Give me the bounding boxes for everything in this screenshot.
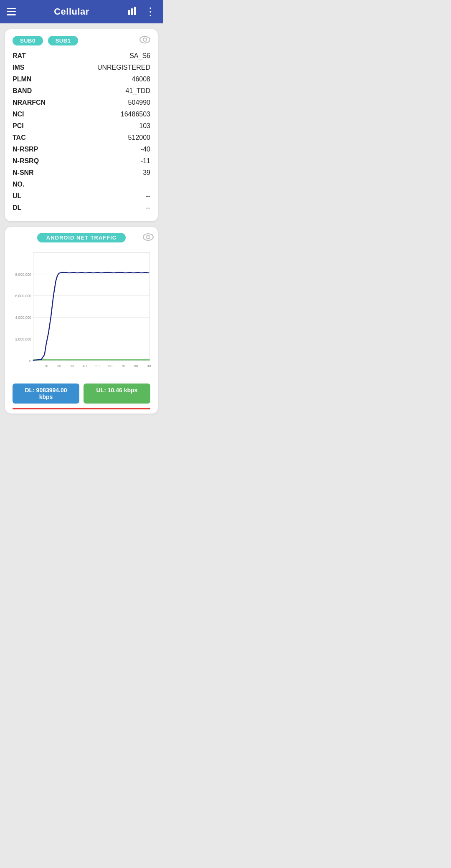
info-label: NRARFCN (13, 97, 75, 108)
info-value: SA_S6 (75, 50, 151, 62)
chart-visibility-icon[interactable] (143, 232, 154, 243)
svg-text:70: 70 (121, 364, 125, 368)
svg-rect-7 (33, 252, 150, 361)
info-value: -- (75, 202, 151, 214)
info-value: -- (75, 190, 151, 202)
chart-title: ANDROID NET TRAFFIC (37, 233, 126, 242)
info-label: PCI (13, 120, 75, 132)
table-row: NCI16486503 (13, 108, 150, 120)
table-row: NO. (13, 179, 150, 190)
svg-text:10: 10 (44, 364, 48, 368)
svg-text:30: 30 (70, 364, 74, 368)
svg-rect-0 (128, 10, 130, 15)
svg-text:0: 0 (29, 359, 31, 363)
svg-point-3 (140, 36, 150, 43)
svg-text:50: 50 (96, 364, 100, 368)
info-value: -11 (75, 155, 151, 167)
info-label: N-SNR (13, 167, 75, 179)
table-row: UL-- (13, 190, 150, 202)
topbar: Cellular ⋮ (0, 0, 163, 23)
info-value: 39 (75, 167, 151, 179)
svg-rect-1 (131, 8, 133, 15)
info-value: 16486503 (75, 108, 151, 120)
chart-area: 8,000,000 6,000,000 4,000,000 2,000,000 … (9, 246, 154, 379)
table-row: BAND41_TDD (13, 85, 150, 97)
sub0-badge[interactable]: SUB0 (13, 36, 43, 45)
badge-row: SUB0 SUB1 (13, 35, 150, 46)
info-value: UNREGISTERED (75, 62, 151, 73)
info-label: RAT (13, 50, 75, 62)
svg-text:60: 60 (108, 364, 112, 368)
info-label: NO. (13, 179, 75, 190)
svg-text:90: 90 (147, 364, 151, 368)
signal-icon[interactable] (127, 6, 138, 18)
page-title: Cellular (54, 6, 89, 17)
sub1-badge[interactable]: SUB1 (48, 36, 79, 45)
info-value: 41_TDD (75, 85, 151, 97)
svg-point-5 (143, 234, 153, 240)
info-label: N-RSRQ (13, 155, 75, 167)
table-row: TAC512000 (13, 132, 150, 144)
info-label: DL (13, 202, 75, 214)
svg-text:80: 80 (134, 364, 138, 368)
table-row: PLMN46008 (13, 73, 150, 85)
svg-text:6,000,000: 6,000,000 (15, 294, 31, 298)
info-value: 103 (75, 120, 151, 132)
dl-badge: DL: 9083994.00 kbps (13, 384, 79, 404)
ul-badge: UL: 10.46 kbps (84, 384, 150, 404)
svg-point-4 (143, 38, 147, 41)
dl-underline (13, 408, 150, 409)
svg-text:40: 40 (83, 364, 87, 368)
info-value: 512000 (75, 132, 151, 144)
info-table: RATSA_S6IMSUNREGISTEREDPLMN46008BAND41_T… (13, 50, 150, 214)
info-label: BAND (13, 85, 75, 97)
svg-text:20: 20 (57, 364, 61, 368)
more-options-icon[interactable]: ⋮ (145, 5, 156, 18)
table-row: RATSA_S6 (13, 50, 150, 62)
chart-svg: 8,000,000 6,000,000 4,000,000 2,000,000 … (9, 246, 154, 379)
info-value (75, 179, 151, 190)
svg-rect-2 (134, 7, 136, 15)
table-row: IMSUNREGISTERED (13, 62, 150, 73)
info-label: IMS (13, 62, 75, 73)
table-row: NRARFCN504990 (13, 97, 150, 108)
chart-header: ANDROID NET TRAFFIC (9, 233, 154, 242)
svg-text:2,000,000: 2,000,000 (15, 337, 31, 341)
info-label: N-RSRP (13, 144, 75, 155)
table-row: N-RSRP-40 (13, 144, 150, 155)
menu-button[interactable] (7, 8, 16, 15)
svg-point-6 (147, 235, 150, 239)
topbar-icons: ⋮ (127, 5, 156, 18)
info-label: UL (13, 190, 75, 202)
info-value: 46008 (75, 73, 151, 85)
table-row: N-RSRQ-11 (13, 155, 150, 167)
table-row: N-SNR39 (13, 167, 150, 179)
table-row: PCI103 (13, 120, 150, 132)
info-label: PLMN (13, 73, 75, 85)
info-label: TAC (13, 132, 75, 144)
info-label: NCI (13, 108, 75, 120)
info-value: -40 (75, 144, 151, 155)
svg-text:8,000,000: 8,000,000 (15, 273, 31, 277)
chart-card: ANDROID NET TRAFFIC 8,000,000 6,000,000 … (5, 227, 158, 414)
bottom-badges: DL: 9083994.00 kbps UL: 10.46 kbps (9, 384, 154, 406)
table-row: DL-- (13, 202, 150, 214)
visibility-icon[interactable] (139, 35, 150, 46)
info-value: 504990 (75, 97, 151, 108)
cellular-info-card: SUB0 SUB1 RATSA_S6IMSUNREGISTEREDPLMN460… (5, 29, 158, 221)
svg-text:4,000,000: 4,000,000 (15, 315, 31, 320)
